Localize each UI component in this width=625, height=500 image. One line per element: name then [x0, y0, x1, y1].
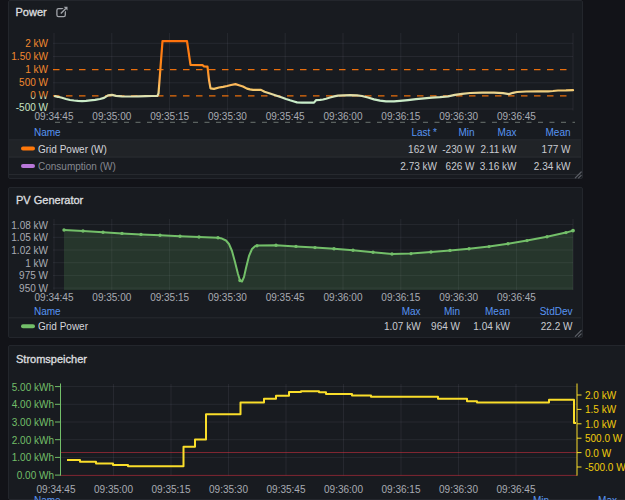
svg-text:2.73 kW: 2.73 kW	[400, 161, 437, 172]
svg-text:Mean: Mean	[545, 127, 570, 138]
svg-text:0 W: 0 W	[30, 90, 48, 101]
svg-text:22.2 W: 22.2 W	[541, 321, 573, 332]
svg-text:09:36:15: 09:36:15	[382, 484, 421, 495]
svg-text:09:36:45: 09:36:45	[497, 111, 536, 122]
svg-text:Name: Name	[34, 495, 61, 500]
svg-text:09:35:30: 09:35:30	[208, 111, 247, 122]
svg-text:177 W: 177 W	[542, 144, 571, 155]
svg-text:Max: Max	[402, 306, 421, 317]
svg-text:Power: Power	[16, 6, 48, 18]
svg-text:09:36:45: 09:36:45	[497, 292, 536, 303]
svg-text:Mean: Mean	[485, 306, 510, 317]
svg-text:09:35:45: 09:35:45	[266, 111, 305, 122]
svg-text:Max: Max	[598, 495, 617, 500]
svg-text:0.00 Wh: 0.00 Wh	[17, 470, 54, 481]
svg-text:09:35:00: 09:35:00	[94, 484, 133, 495]
svg-text:09:36:30: 09:36:30	[439, 111, 478, 122]
svg-text:964 W: 964 W	[431, 321, 460, 332]
svg-text:09:35:45: 09:35:45	[267, 484, 306, 495]
svg-text:09:35:15: 09:35:15	[152, 484, 191, 495]
svg-text:0.0 W: 0.0 W	[585, 448, 612, 459]
svg-text:1.00 kWh: 1.00 kWh	[12, 452, 54, 463]
svg-text:1.50 kW: 1.50 kW	[11, 51, 48, 62]
svg-text:1.05 kW: 1.05 kW	[11, 232, 48, 243]
svg-text:Last *: Last *	[411, 127, 437, 138]
svg-text:1.08 kW: 1.08 kW	[11, 220, 48, 231]
svg-text:4.00 kWh: 4.00 kWh	[12, 399, 54, 410]
svg-text:1 kW: 1 kW	[25, 64, 48, 75]
svg-text:1.02 kW: 1.02 kW	[11, 245, 48, 256]
svg-text:3.16 kW: 3.16 kW	[480, 161, 517, 172]
svg-text:09:35:15: 09:35:15	[150, 292, 189, 303]
svg-text:500 W: 500 W	[19, 77, 48, 88]
svg-text:09:34:45: 09:34:45	[37, 484, 76, 495]
svg-text:09:34:45: 09:34:45	[35, 111, 74, 122]
svg-text:1.5 kW: 1.5 kW	[585, 404, 617, 415]
svg-text:2.34 kW: 2.34 kW	[534, 161, 571, 172]
svg-text:975 W: 975 W	[19, 270, 48, 281]
svg-text:09:36:00: 09:36:00	[324, 292, 363, 303]
svg-text:162 W: 162 W	[408, 144, 437, 155]
svg-text:2.00 kWh: 2.00 kWh	[12, 435, 54, 446]
svg-text:09:34:45: 09:34:45	[35, 292, 74, 303]
svg-text:09:36:15: 09:36:15	[381, 292, 420, 303]
svg-text:Name: Name	[34, 306, 61, 317]
svg-text:1 kW: 1 kW	[25, 258, 48, 269]
svg-text:09:36:00: 09:36:00	[324, 484, 363, 495]
svg-text:09:35:30: 09:35:30	[208, 292, 247, 303]
svg-text:09:36:45: 09:36:45	[497, 484, 536, 495]
svg-text:09:35:00: 09:35:00	[92, 111, 131, 122]
svg-text:Stromspeicher: Stromspeicher	[16, 353, 87, 365]
svg-text:2 kW: 2 kW	[25, 38, 48, 49]
svg-text:3.00 kWh: 3.00 kWh	[12, 417, 54, 428]
svg-text:2.11 kW: 2.11 kW	[481, 144, 517, 155]
svg-text:StdDev: StdDev	[540, 306, 573, 317]
svg-text:-500.0 W: -500.0 W	[585, 462, 625, 473]
svg-text:626 W: 626 W	[446, 161, 475, 172]
svg-text:09:36:30: 09:36:30	[439, 484, 478, 495]
svg-text:Min: Min	[444, 306, 460, 317]
svg-text:-230 W: -230 W	[442, 144, 475, 155]
svg-text:1.04 kW: 1.04 kW	[473, 321, 510, 332]
svg-text:Min: Min	[458, 127, 474, 138]
svg-text:500.0 W: 500.0 W	[585, 433, 623, 444]
svg-text:Grid Power (W): Grid Power (W)	[38, 144, 107, 155]
svg-text:1.07 kW: 1.07 kW	[384, 321, 421, 332]
svg-text:Grid Power: Grid Power	[38, 321, 89, 332]
svg-text:09:35:45: 09:35:45	[266, 292, 305, 303]
svg-text:Consumption (W): Consumption (W)	[38, 161, 116, 172]
svg-text:09:36:15: 09:36:15	[381, 111, 420, 122]
svg-text:5.00 kWh: 5.00 kWh	[12, 382, 54, 393]
svg-text:PV Generator: PV Generator	[16, 194, 84, 206]
svg-text:2.0 kW: 2.0 kW	[585, 390, 617, 401]
svg-text:09:35:30: 09:35:30	[209, 484, 248, 495]
svg-text:09:35:00: 09:35:00	[92, 292, 131, 303]
svg-text:1.0 kW: 1.0 kW	[585, 419, 617, 430]
svg-text:09:35:15: 09:35:15	[150, 111, 189, 122]
svg-text:Min: Min	[533, 495, 549, 500]
svg-text:09:36:00: 09:36:00	[324, 111, 363, 122]
svg-text:Name: Name	[34, 127, 61, 138]
svg-text:Max: Max	[498, 127, 517, 138]
svg-text:09:36:30: 09:36:30	[439, 292, 478, 303]
